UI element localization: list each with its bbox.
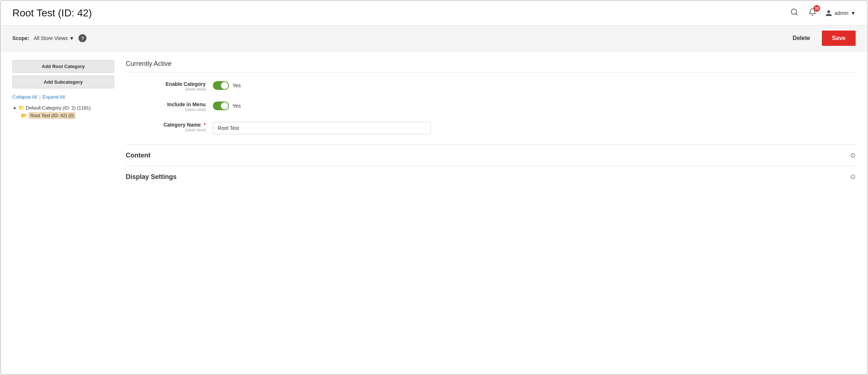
enable-category-sublabel: [store view] bbox=[148, 87, 206, 91]
display-settings-section-header[interactable]: Display Settings ⊙ bbox=[126, 173, 856, 181]
toggle-thumb bbox=[221, 82, 228, 89]
display-settings-section-title: Display Settings bbox=[126, 173, 177, 181]
enable-category-value: Yes bbox=[233, 83, 241, 88]
display-settings-section: Display Settings ⊙ bbox=[126, 166, 856, 187]
delete-button[interactable]: Delete bbox=[787, 32, 816, 44]
scope-bar: Scope: All Store Views ▼ ? Delete Save bbox=[1, 25, 867, 51]
user-dropdown-icon: ▼ bbox=[851, 10, 856, 16]
user-menu-button[interactable]: admin ▼ bbox=[825, 9, 856, 17]
expand-all-button[interactable]: Expand All bbox=[43, 94, 65, 100]
folder-icon: 📂 bbox=[21, 113, 27, 119]
toggle-thumb bbox=[221, 102, 228, 109]
scope-right: Delete Save bbox=[787, 31, 856, 46]
notification-badge: 39 bbox=[814, 5, 820, 12]
form-area: Currently Active Enable Category [store … bbox=[126, 60, 856, 187]
notification-button[interactable]: 39 bbox=[807, 7, 818, 19]
content-collapse-icon: ⊙ bbox=[850, 151, 856, 159]
header-actions: 39 admin ▼ bbox=[789, 7, 856, 19]
scope-value: All Store Views bbox=[34, 35, 68, 41]
enable-category-field: Enable Category [store view] Yes bbox=[126, 81, 856, 91]
include-in-menu-toggle[interactable] bbox=[213, 101, 229, 110]
tree-item-label: Default Category (ID: 2) (1181) bbox=[26, 105, 90, 111]
search-button[interactable] bbox=[789, 7, 800, 19]
content-section-header[interactable]: Content ⊙ bbox=[126, 151, 856, 159]
enable-category-label-group: Enable Category [store view] bbox=[148, 81, 213, 91]
tree-item[interactable]: ▶ 📁 Default Category (ID: 2) (1181) bbox=[14, 104, 114, 111]
link-separator: | bbox=[39, 94, 40, 100]
scope-left: Scope: All Store Views ▼ ? bbox=[12, 34, 86, 42]
include-in-menu-control: Yes bbox=[213, 101, 241, 110]
add-root-category-button[interactable]: Add Root Category bbox=[12, 60, 114, 73]
category-name-sublabel: [store view] bbox=[148, 128, 206, 132]
content-section-title: Content bbox=[126, 152, 150, 159]
include-in-menu-sublabel: [store view] bbox=[148, 107, 206, 112]
section-divider bbox=[126, 72, 856, 72]
enable-category-toggle[interactable] bbox=[213, 81, 229, 90]
tree-item-label-selected: Root Test (ID: 42) (0) bbox=[29, 112, 76, 119]
tree-expand-icon: ▶ bbox=[14, 106, 17, 110]
svg-line-1 bbox=[796, 13, 797, 15]
page-wrapper: Root Test (ID: 42) 39 admin ▼ bbox=[0, 0, 868, 375]
category-name-label: Category Name * bbox=[148, 122, 206, 128]
include-in-menu-value: Yes bbox=[233, 103, 241, 109]
collapse-all-button[interactable]: Collapse All bbox=[12, 94, 37, 100]
page-header: Root Test (ID: 42) 39 admin ▼ bbox=[1, 1, 867, 25]
required-indicator: * bbox=[204, 122, 206, 128]
help-icon[interactable]: ? bbox=[78, 34, 86, 42]
include-in-menu-label: Include in Menu bbox=[148, 101, 206, 107]
display-settings-collapse-icon: ⊙ bbox=[850, 173, 856, 181]
enable-category-control: Yes bbox=[213, 81, 241, 90]
page-title: Root Test (ID: 42) bbox=[12, 7, 92, 19]
currently-active-header: Currently Active bbox=[126, 60, 856, 68]
toggle-track bbox=[213, 101, 229, 110]
category-name-field: Category Name * [store view] bbox=[126, 122, 856, 134]
category-name-input[interactable] bbox=[213, 122, 431, 134]
scope-dropdown-icon: ▼ bbox=[69, 35, 74, 41]
sidebar: Add Root Category Add Subcategory Collap… bbox=[12, 60, 114, 187]
add-subcategory-button[interactable]: Add Subcategory bbox=[12, 76, 114, 88]
main-content: Add Root Category Add Subcategory Collap… bbox=[1, 51, 867, 196]
content-section: Content ⊙ bbox=[126, 144, 856, 166]
folder-icon: 📁 bbox=[18, 105, 24, 111]
tree-item[interactable]: 📂 Root Test (ID: 42) (0) bbox=[21, 111, 114, 120]
save-button[interactable]: Save bbox=[822, 31, 856, 46]
toggle-track bbox=[213, 81, 229, 90]
category-name-control bbox=[213, 122, 431, 134]
enable-category-label: Enable Category bbox=[148, 81, 206, 87]
scope-select-button[interactable]: All Store Views ▼ bbox=[34, 35, 74, 41]
user-name: admin bbox=[835, 10, 848, 16]
include-in-menu-label-group: Include in Menu [store view] bbox=[148, 101, 213, 112]
include-in-menu-field: Include in Menu [store view] Yes bbox=[126, 101, 856, 112]
category-name-label-group: Category Name * [store view] bbox=[148, 122, 213, 132]
scope-label: Scope: bbox=[12, 35, 29, 41]
sidebar-links: Collapse All | Expand All bbox=[12, 94, 114, 100]
